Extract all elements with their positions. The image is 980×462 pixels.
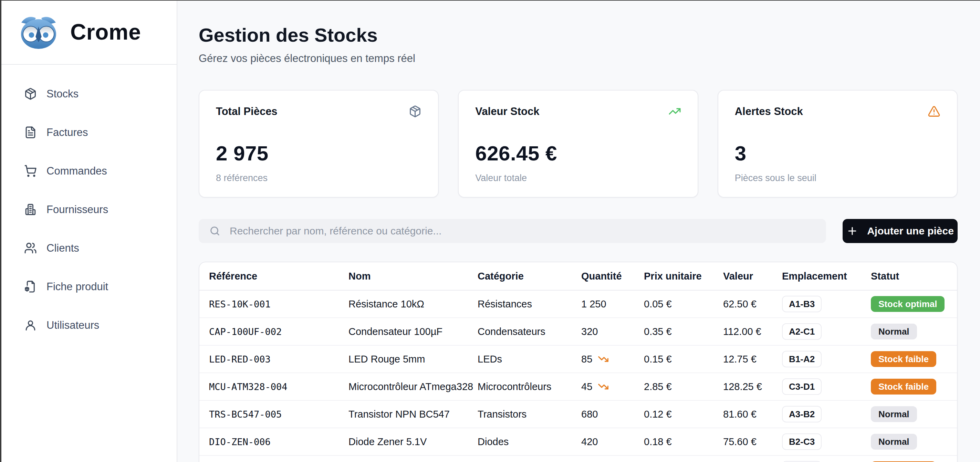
- stat-card-value: 2 975: [216, 143, 422, 164]
- column-header-prix-unitaire: Prix unitaire: [644, 271, 723, 281]
- cell-name: Transistor NPN BC547: [348, 409, 477, 419]
- cell-reference: LED-RED-003: [199, 355, 348, 364]
- cell-unit-price: 0.35 €: [644, 327, 723, 337]
- column-header-nom: Nom: [348, 271, 477, 281]
- page-subtitle: Gérez vos pièces électroniques en temps …: [199, 53, 958, 64]
- cell-name: Diode Zener 5.1V: [348, 437, 477, 447]
- package-icon: [24, 87, 37, 100]
- stat-card-label: Valeur Stock: [475, 106, 539, 117]
- quantity-value: 320: [581, 327, 598, 337]
- table-row[interactable]: CAP-100UF-002 Condensateur 100µF Condens…: [199, 318, 957, 346]
- table-row[interactable]: RES-10K-001 Résistance 10kΩ Résistances …: [199, 291, 957, 318]
- sidebar-item-commandes[interactable]: Commandes: [24, 160, 177, 182]
- plus-icon: [846, 225, 858, 237]
- cell-reference: CAP-100UF-002: [199, 327, 348, 337]
- cell-reference: DIO-ZEN-006: [199, 437, 348, 446]
- sidebar-item-label: Factures: [46, 127, 88, 138]
- cell-value: 62.50 €: [723, 299, 782, 309]
- table-row[interactable]: MCU-ATM328-004 Microcontrôleur ATmega328…: [199, 373, 957, 401]
- column-header-quantite: Quantité: [581, 271, 644, 281]
- stat-card-label: Total Pièces: [216, 106, 278, 117]
- cell-category: LEDs: [477, 354, 581, 364]
- sidebar-item-utilisateurs[interactable]: Utilisateurs: [24, 314, 177, 336]
- cell-name: Condensateur 100µF: [348, 327, 477, 337]
- table-row[interactable]: LED-RED-003 LED Rouge 5mm LEDs 85 0.15 €…: [199, 346, 957, 373]
- location-pill: A1-B3: [782, 296, 822, 312]
- cell-quantity: 45: [581, 381, 644, 392]
- table-header-row: RéférenceNomCatégorieQuantitéPrix unitai…: [199, 262, 957, 291]
- search-input[interactable]: [229, 225, 816, 237]
- cell-unit-price: 2.85 €: [644, 382, 723, 392]
- cell-status: Stock faible: [871, 351, 957, 367]
- sidebar-nav: Stocks Factures Commandes Fournisseurs C…: [0, 65, 177, 336]
- brand-name: Crome: [70, 21, 141, 43]
- cell-value: 75.60 €: [723, 437, 782, 447]
- supplier-building-icon: [24, 203, 37, 216]
- cell-location: A3-B2: [782, 406, 871, 422]
- app-window: Crome Stocks Factures Commandes Fourniss…: [0, 0, 980, 462]
- location-pill: A2-C1: [782, 323, 822, 340]
- cell-unit-price: 0.15 €: [644, 354, 723, 364]
- quantity-value: 680: [581, 409, 598, 419]
- sidebar-item-clients[interactable]: Clients: [24, 237, 177, 259]
- quantity-value: 85: [581, 354, 592, 364]
- stat-card-valeur-stock: Valeur Stock 626.45 € Valeur totale: [458, 90, 698, 198]
- stat-cards: Total Pièces 2 975 8 références Valeur S…: [199, 90, 958, 198]
- stock-table: RéférenceNomCatégorieQuantitéPrix unitai…: [199, 262, 958, 462]
- sidebar-item-label: Fournisseurs: [46, 204, 108, 215]
- status-badge: Stock optimal: [871, 296, 945, 312]
- cell-value: 12.75 €: [723, 354, 782, 364]
- main-content: Gestion des Stocks Gérez vos pièces élec…: [177, 0, 980, 462]
- stat-card-label: Alertes Stock: [735, 106, 803, 117]
- window-top-edge: [0, 0, 980, 1]
- brand-logo: Crome: [0, 0, 177, 65]
- location-pill: A3-B2: [782, 406, 822, 422]
- table-row[interactable]: DIO-ZEN-006 Diode Zener 5.1V Diodes 420 …: [199, 428, 957, 456]
- location-pill: B1-A2: [782, 351, 822, 367]
- stat-card-caption: 8 références: [216, 173, 422, 183]
- package-icon: [409, 105, 422, 118]
- quantity-value: 1 250: [581, 299, 606, 309]
- table-row[interactable]: TRS-BC547-005 Transistor NPN BC547 Trans…: [199, 401, 957, 428]
- sidebar-item-label: Clients: [46, 243, 79, 253]
- status-badge: Normal: [871, 324, 917, 340]
- cell-name: Microcontrôleur ATmega328: [348, 382, 477, 392]
- shopping-cart-icon: [24, 165, 37, 177]
- add-piece-button-label: Ajouter une pièce: [867, 225, 954, 237]
- table-row[interactable]: IC-555-007 Circuit intégré 555 Circuits …: [199, 456, 957, 462]
- alert-triangle-icon: [928, 105, 940, 118]
- sidebar-item-factures[interactable]: Factures: [24, 121, 177, 143]
- page-title: Gestion des Stocks: [199, 25, 958, 45]
- quantity-value: 45: [581, 382, 592, 392]
- column-header-categorie: Catégorie: [477, 271, 581, 281]
- cell-value: 128.25 €: [723, 382, 782, 392]
- location-pill: C3-D1: [782, 378, 822, 395]
- owl-logo-icon: [16, 14, 61, 49]
- search-icon: [209, 225, 221, 237]
- cell-status: Stock faible: [871, 379, 957, 395]
- sidebar-item-stocks[interactable]: Stocks: [24, 83, 177, 105]
- stat-card-total-pieces: Total Pièces 2 975 8 références: [199, 90, 439, 198]
- status-badge: Stock faible: [871, 379, 936, 395]
- cell-category: Condensateurs: [477, 327, 581, 337]
- cell-value: 81.60 €: [723, 409, 782, 419]
- cell-location: A2-C1: [782, 323, 871, 340]
- cell-category: Transistors: [477, 409, 581, 419]
- cell-status: Normal: [871, 434, 957, 449]
- cell-reference: TRS-BC547-005: [199, 410, 348, 419]
- add-piece-button[interactable]: Ajouter une pièce: [843, 219, 958, 243]
- quantity-value: 420: [581, 437, 598, 447]
- sidebar-item-fournisseurs[interactable]: Fournisseurs: [24, 198, 177, 220]
- users-icon: [24, 242, 37, 254]
- trending-up-icon: [668, 105, 681, 118]
- stat-card-value: 3: [735, 143, 940, 164]
- cell-value: 112.00 €: [723, 327, 782, 337]
- cell-reference: RES-10K-001: [199, 300, 348, 309]
- sidebar-item-label: Utilisateurs: [46, 320, 99, 330]
- sidebar-item-fiche-produit[interactable]: Fiche produit: [24, 275, 177, 297]
- cell-quantity: 320: [581, 327, 644, 337]
- cell-quantity: 420: [581, 437, 644, 447]
- stat-card-caption: Valeur totale: [475, 173, 681, 183]
- status-badge: Normal: [871, 406, 917, 422]
- trending-down-icon: [598, 354, 609, 365]
